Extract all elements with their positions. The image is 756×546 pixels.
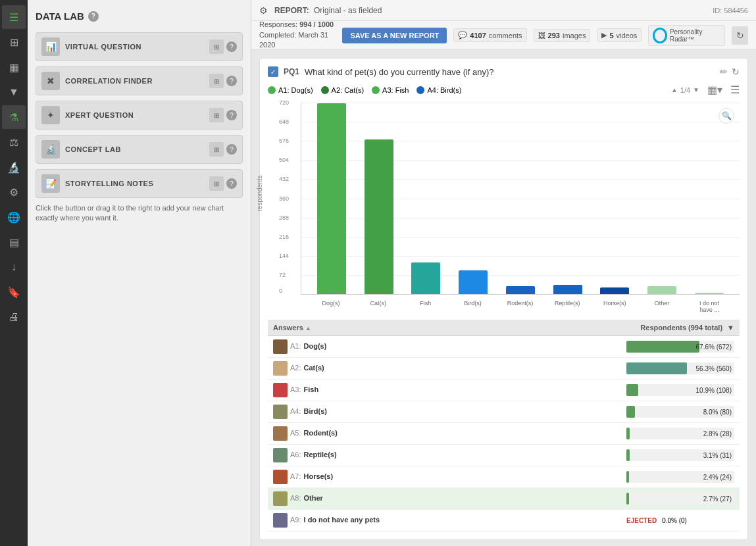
chart-type-selector[interactable]: ▦▾ [707,84,722,96]
chat-icon: 💬 [458,31,467,39]
table-row[interactable]: A7:Horse(s)2.4% (24) [268,466,740,488]
concept-lab-button[interactable]: 🔬 CONCEPT LAB ⊞ ? [36,135,243,164]
gridline-0: 0 [279,287,282,294]
nav-flask-icon[interactable]: ⚗ [2,105,26,129]
respondent-bar [626,341,699,353]
refresh-button[interactable]: ↻ [732,26,748,45]
respondents-cell: 2.8% (28) [621,423,740,445]
answer-name: Reptile(s) [304,451,337,459]
nav-filter-icon[interactable]: ▼ [2,80,26,104]
legend-next-icon[interactable]: ▼ [693,86,699,93]
nav-chart-icon[interactable]: ▦ [2,55,26,79]
other-bar-label: Other [647,300,676,313]
nav-settings-icon[interactable]: ⚙ [2,180,26,204]
table-row[interactable]: A9:I do not have any petsEJECTED0.0% (0) [268,510,740,532]
report-label: REPORT: Original - as fielded [274,6,382,15]
nav-menu-icon[interactable]: ☰ [2,5,26,29]
comments-badge[interactable]: 💬 4107 comments [453,28,526,42]
respondents-cell: 10.9% (108) [621,380,740,401]
respondent-bar-container: 3.1% (31) [626,449,734,461]
nav-print-icon[interactable]: 🖨 [2,305,26,329]
table-row[interactable]: A8:Other2.7% (27) [268,488,740,510]
chart-menu-icon[interactable]: ☰ [730,84,740,96]
table-row[interactable]: A3:Fish10.9% (108) [268,380,740,401]
respondents-column-header[interactable]: Respondents (994 total) ▼ [621,320,740,336]
bar-none [695,293,724,294]
personality-radar-icon [653,28,667,43]
xpert-question-icon: ✦ [41,106,60,124]
chart-header: ✓ PQ1 What kind of pet(s) do you current… [268,66,740,77]
nav-globe-icon[interactable]: 🌐 [2,205,26,229]
nav-layout-icon[interactable]: ⊞ [2,30,26,54]
xpert-question-help-icon[interactable]: ? [226,110,237,120]
respondent-percentage: 2.7% (27) [703,493,732,505]
correlation-finder-button[interactable]: ✖ CORRELATION FINDER ⊞ ? [36,66,243,95]
answer-code: A3: [290,385,301,393]
storytelling-notes-icon: 📝 [41,174,60,193]
respondents-cell: 2.7% (27) [621,488,740,510]
answer-thumbnail [273,448,288,462]
answers-column-header[interactable]: Answers ▲ [268,320,621,336]
storytelling-notes-help-icon[interactable]: ? [226,178,237,189]
virtual-question-button[interactable]: 📊 VIRTUAL QUESTION ⊞ ? [36,32,243,61]
table-row[interactable]: A4:Bird(s)8.0% (80) [268,401,740,423]
respondent-percentage: 2.8% (28) [703,428,732,439]
legend-item-dog: A1: Dog(s) [268,86,313,94]
xpert-question-button[interactable]: ✦ XPERT QUESTION ⊞ ? [36,101,243,130]
nav-microscope-icon[interactable]: 🔬 [2,155,26,179]
respondents-cell: 2.4% (24) [621,466,740,488]
concept-lab-grid-icon: ⊞ [209,142,224,157]
chart-header-actions: ✏ ↻ [720,66,740,77]
y-axis-label: respondents [256,175,263,211]
answer-code: A5: [290,429,301,437]
table-row[interactable]: A2:Cat(s)56.3% (560) [268,358,740,380]
answer-code: A1: [290,342,301,350]
images-badge[interactable]: 🖼 293 images [534,29,591,42]
left-navigation: ☰ ⊞ ▦ ▼ ⚗ ⚖ 🔬 ⚙ 🌐 ▤ ↓ 🔖 🖨 [0,0,28,546]
nav-layers-icon[interactable]: ▤ [2,230,26,254]
bar-rodents [506,286,535,294]
bar-dogs [317,103,346,294]
sidebar-help-icon[interactable]: ? [88,11,99,22]
answer-name: Bird(s) [304,407,327,415]
table-row[interactable]: A1:Dog(s)67.6% (672) [268,336,740,358]
answer-code: A6: [290,451,301,459]
virtual-question-help-icon[interactable]: ? [226,41,237,52]
save-report-button[interactable]: SAVE AS A NEW REPORT [342,28,447,43]
legend-prev-icon[interactable]: ▲ [671,86,678,93]
nav-scale-icon[interactable]: ⚖ [2,130,26,154]
table-row[interactable]: A6:Reptile(s)3.1% (31) [268,445,740,466]
storytelling-notes-grid-icon: ⊞ [209,176,224,191]
videos-badge[interactable]: ▶ 5 videos [597,28,642,42]
report-id: ID: 584456 [713,7,748,14]
bar-other [647,286,676,294]
correlation-finder-help-icon[interactable]: ? [226,76,237,86]
table-row[interactable]: A5:Rodent(s)2.8% (28) [268,423,740,445]
bars-container [301,103,740,294]
nav-bookmark-icon[interactable]: 🔖 [2,280,26,304]
bar-fish [411,262,440,294]
sidebar-title: DATA LAB ? [36,11,243,22]
respondent-bar-container: 67.6% (672) [626,341,734,353]
question-checkbox[interactable]: ✓ [268,66,278,77]
legend-item-fish: A3: Fish [372,86,409,94]
personality-radar-badge[interactable]: Personality Radar™ [648,25,725,46]
nav-download-icon[interactable]: ↓ [2,255,26,279]
answer-thumbnail [273,339,288,354]
answer-name: Horse(s) [304,472,334,480]
legend-item-bird: A4: Bird(s) [416,86,461,94]
respondent-bar [626,449,630,461]
respondent-bar [626,428,630,439]
respondent-bar [626,406,635,418]
edit-icon[interactable]: ✏ [720,66,728,77]
chart-search-icon[interactable]: 🔍 [718,108,734,124]
image-icon: 🖼 [538,32,545,39]
filter-icon[interactable]: ▼ [727,324,734,332]
chart-card: ✓ PQ1 What kind of pet(s) do you current… [259,58,748,540]
concept-lab-help-icon[interactable]: ? [226,144,237,155]
bar-cats [365,139,393,294]
main-content: ⚙ REPORT: Original - as fielded ID: 5844… [251,0,756,546]
storytelling-notes-button[interactable]: 📝 STORYTELLING NOTES ⊞ ? [36,169,243,198]
sync-icon[interactable]: ↻ [732,66,740,77]
videos-count: 5 [609,32,613,39]
